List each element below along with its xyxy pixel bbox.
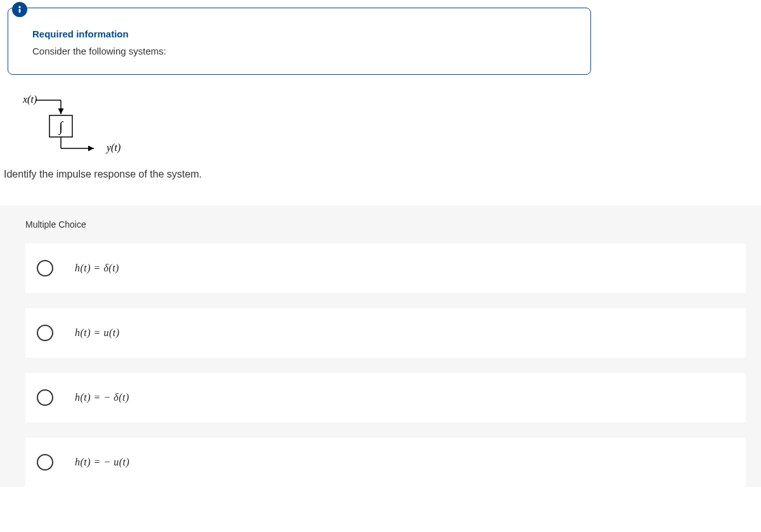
choice-option[interactable]: h(t) = − δ(t) [25, 373, 746, 422]
question-prompt: Identify the impulse response of the sys… [4, 169, 761, 180]
radio-icon[interactable] [37, 389, 53, 406]
choice-label: h(t) = − δ(t) [75, 392, 129, 403]
radio-icon[interactable] [37, 325, 53, 341]
choice-option[interactable]: h(t) = u(t) [25, 308, 746, 358]
radio-icon[interactable] [37, 260, 53, 276]
svg-rect-1 [19, 9, 21, 13]
required-information-box: Required information Consider the follow… [8, 8, 591, 75]
multiple-choice-section: Multiple Choice h(t) = δ(t) h(t) = u(t) … [0, 205, 761, 487]
info-text: Consider the following systems: [32, 46, 566, 56]
diagram-input-label: x(t) [22, 94, 37, 105]
choice-option[interactable]: h(t) = − u(t) [25, 438, 746, 487]
info-icon [12, 2, 27, 17]
radio-icon[interactable] [37, 454, 53, 470]
info-title: Required information [32, 29, 566, 39]
multiple-choice-header: Multiple Choice [0, 205, 761, 243]
choice-label: h(t) = δ(t) [75, 263, 119, 274]
choice-label: h(t) = u(t) [75, 327, 120, 339]
svg-point-0 [18, 6, 20, 8]
diagram-output-label: y(t) [105, 142, 120, 153]
system-diagram: x(t) ∫ y(t) [11, 93, 126, 156]
choice-option[interactable]: h(t) = δ(t) [25, 243, 746, 293]
choice-label: h(t) = − u(t) [75, 457, 129, 468]
